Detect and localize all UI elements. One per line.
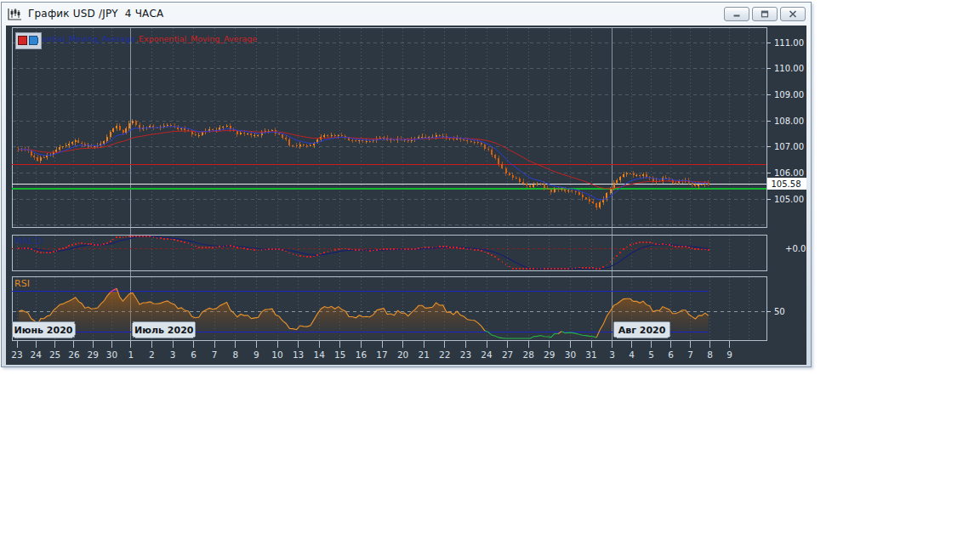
- macd-dot: [519, 268, 521, 270]
- macd-dot: [592, 267, 594, 269]
- macd-value-label: +0.0: [785, 244, 806, 253]
- candle-body: [505, 168, 507, 173]
- candle-body: [390, 139, 391, 140]
- macd-dot: [554, 268, 556, 270]
- time-label: 6: [668, 349, 674, 360]
- macd-dot: [675, 246, 676, 247]
- macd-dot: [397, 248, 399, 250]
- restore-icon: [761, 10, 769, 18]
- macd-dot: [421, 247, 423, 249]
- macd-dot: [37, 251, 38, 253]
- legend-chip-red[interactable]: [19, 36, 27, 45]
- macd-dot: [404, 248, 406, 250]
- legend-chip-blue[interactable]: [29, 36, 37, 45]
- time-label: 15: [334, 349, 345, 360]
- time-label: 13: [293, 349, 304, 360]
- close-button[interactable]: [780, 7, 806, 21]
- time-label: 3: [170, 349, 176, 360]
- candle-body: [306, 145, 308, 146]
- candle-body: [240, 133, 242, 134]
- macd-dot: [265, 249, 266, 251]
- macd-dot: [662, 243, 664, 245]
- time-label: 6: [191, 349, 197, 360]
- macd-dot: [145, 236, 147, 237]
- macd-dot: [642, 241, 644, 243]
- minimize-icon: [732, 10, 741, 18]
- candle-body: [599, 202, 601, 207]
- minimize-button[interactable]: [724, 7, 749, 21]
- macd-dot: [436, 247, 437, 248]
- macd-dot: [498, 258, 499, 260]
- macd-dot: [219, 246, 220, 247]
- candle-body: [592, 202, 594, 203]
- candle-body: [202, 132, 203, 135]
- macd-dot: [411, 248, 413, 250]
- macd-dot: [243, 247, 245, 249]
- macd-dot: [68, 245, 70, 247]
- candle-body: [296, 145, 298, 146]
- macd-dot: [362, 249, 364, 251]
- macd-dot: [544, 268, 545, 270]
- time-label: 23: [11, 349, 22, 360]
- candle-body: [501, 164, 503, 168]
- macd-dot: [254, 249, 255, 251]
- price-tick-label: 106.00: [774, 168, 804, 178]
- candle-body: [522, 182, 524, 185]
- macd-dot: [106, 242, 108, 244]
- candle-body: [575, 191, 577, 192]
- macd-dot: [575, 267, 577, 269]
- macd-dot: [258, 250, 259, 252]
- macd-dot: [122, 236, 124, 238]
- macd-dot: [174, 239, 175, 241]
- time-label: 8: [707, 349, 713, 360]
- candle-body: [77, 140, 79, 142]
- time-label: 30: [106, 349, 117, 360]
- restore-button[interactable]: [752, 7, 778, 21]
- macd-dot: [633, 243, 635, 245]
- chart-canvas[interactable]: 111.00110.00109.00108.00107.00106.00105.…: [6, 26, 806, 365]
- candle-body: [642, 174, 644, 176]
- macd-dot: [424, 247, 426, 248]
- macd-dot: [233, 246, 235, 247]
- macd-dot: [529, 268, 531, 270]
- candle-body: [424, 137, 426, 138]
- macd-dot: [369, 250, 371, 252]
- macd-dot: [669, 244, 670, 246]
- macd-dot: [226, 245, 228, 247]
- macd-dot: [34, 250, 36, 252]
- candle-body: [491, 150, 493, 155]
- macd-dot: [160, 237, 162, 239]
- month-badge-label: Июнь 2020: [14, 325, 73, 336]
- candle-body: [595, 203, 597, 207]
- macd-dot: [572, 268, 573, 270]
- candle-body: [635, 175, 637, 176]
- candle-body: [550, 190, 552, 192]
- macd-dot: [373, 250, 374, 252]
- window-title: График USD /JPY 4 ЧАСА: [28, 8, 163, 20]
- window-titlebar[interactable]: График USD /JPY 4 ЧАСА: [2, 3, 811, 25]
- macd-dot: [626, 247, 628, 248]
- macd-dot: [414, 248, 416, 250]
- window-icon: [8, 8, 22, 20]
- candle-body: [288, 139, 290, 145]
- candle-body: [516, 178, 517, 179]
- candle-body: [278, 133, 280, 134]
- time-label: 17: [376, 349, 387, 360]
- macd-dot: [550, 268, 552, 270]
- month-badge-label: Авг 2020: [618, 325, 666, 336]
- macd-dot: [701, 249, 703, 251]
- macd-dot: [602, 266, 604, 268]
- time-label: 24: [31, 349, 43, 360]
- price-tick-label: 110.00: [774, 64, 804, 73]
- macd-dot: [271, 248, 273, 250]
- macd-dot: [418, 247, 419, 249]
- macd-dot: [589, 267, 590, 269]
- macd-dot: [561, 268, 562, 270]
- candle-body: [421, 137, 423, 138]
- macd-dot: [512, 268, 514, 270]
- candle-body: [639, 175, 641, 176]
- candle-body: [675, 183, 676, 184]
- candle-body: [341, 135, 343, 137]
- candle-body: [366, 141, 368, 142]
- candle-body: [37, 157, 38, 161]
